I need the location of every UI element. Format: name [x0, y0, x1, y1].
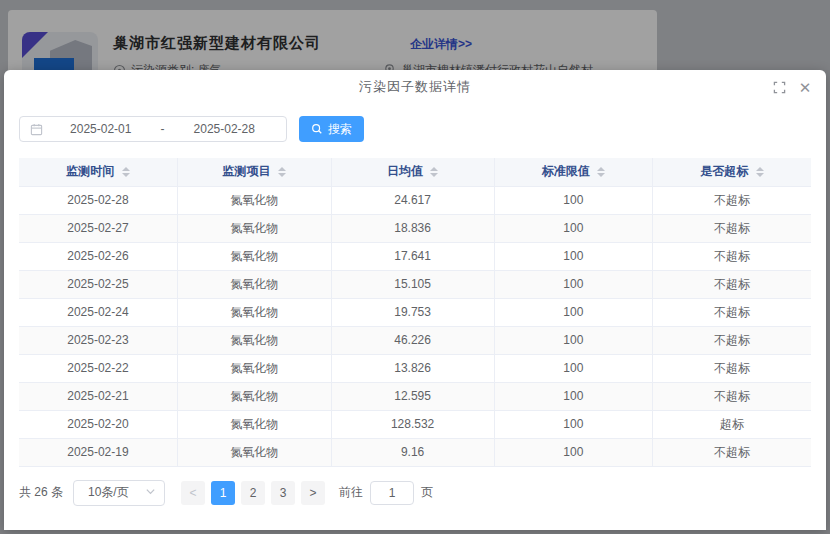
table-cell: 100	[494, 298, 652, 326]
table-cell: 不超标	[653, 354, 811, 382]
filter-row: 2025-02-01 - 2025-02-28 搜索	[19, 116, 811, 142]
column-header-standard-limit[interactable]: 标准限值	[494, 158, 652, 186]
date-separator: -	[159, 122, 167, 136]
table-cell: 超标	[653, 410, 811, 438]
sort-icon[interactable]	[756, 167, 764, 177]
table-cell: 2025-02-26	[19, 242, 177, 270]
screen: 企 巢湖市红强新型建材有限公司 企业详情>> 污染源类别: 废气 巢湖市槐林镇潘…	[0, 0, 830, 534]
table-row: 2025-02-21氮氧化物12.595100不超标	[19, 382, 811, 410]
table-cell: 不超标	[653, 186, 811, 214]
table-cell: 100	[494, 326, 652, 354]
table-cell: 17.641	[331, 242, 494, 270]
search-button-label: 搜索	[328, 121, 352, 138]
page-button-1[interactable]: 1	[211, 481, 235, 505]
goto-page: 前往 页	[339, 481, 433, 505]
page-button-2[interactable]: 2	[241, 481, 265, 505]
modal-tools: ✕	[772, 70, 812, 104]
table-cell: 不超标	[653, 214, 811, 242]
column-header-monitor-item[interactable]: 监测项目	[177, 158, 331, 186]
page-size-value: 10条/页	[88, 484, 129, 501]
sort-icon[interactable]	[122, 167, 130, 177]
table-cell: 2025-02-28	[19, 186, 177, 214]
table-cell: 2025-02-25	[19, 270, 177, 298]
table-cell: 18.836	[331, 214, 494, 242]
prev-page-button[interactable]: <	[181, 481, 205, 505]
table-row: 2025-02-23氮氧化物46.226100不超标	[19, 326, 811, 354]
column-header-daily-average[interactable]: 日均值	[331, 158, 494, 186]
table-cell: 12.595	[331, 382, 494, 410]
table-cell: 不超标	[653, 270, 811, 298]
table-cell: 100	[494, 354, 652, 382]
goto-label: 前往	[339, 484, 363, 501]
page-button-3[interactable]: 3	[271, 481, 295, 505]
table-cell: 13.826	[331, 354, 494, 382]
page-size-select[interactable]: 10条/页	[73, 480, 165, 506]
next-page-button[interactable]: >	[301, 481, 325, 505]
total-count-label: 共 26 条	[19, 484, 63, 501]
modal-title: 污染因子数据详情	[359, 78, 471, 96]
table-header: 监测时间 监测项目 日均值 标准限值	[19, 158, 811, 186]
table-cell: 2025-02-19	[19, 438, 177, 466]
table-cell: 氮氧化物	[177, 438, 331, 466]
table-cell: 氮氧化物	[177, 214, 331, 242]
chevron-down-icon	[145, 486, 156, 500]
table-row: 2025-02-22氮氧化物13.826100不超标	[19, 354, 811, 382]
table-cell: 100	[494, 410, 652, 438]
table-cell: 氮氧化物	[177, 326, 331, 354]
sort-icon[interactable]	[278, 167, 286, 177]
sort-icon[interactable]	[597, 167, 605, 177]
pagination: 共 26 条 10条/页 < 1 2 3 > 前往 页	[19, 480, 811, 506]
table-cell: 2025-02-27	[19, 214, 177, 242]
table-cell: 氮氧化物	[177, 270, 331, 298]
table-cell: 不超标	[653, 298, 811, 326]
table-cell: 100	[494, 242, 652, 270]
table-cell: 氮氧化物	[177, 410, 331, 438]
monitor-data-table: 监测时间 监测项目 日均值 标准限值	[19, 158, 811, 467]
end-date-input[interactable]: 2025-02-28	[173, 122, 277, 136]
table-cell: 不超标	[653, 382, 811, 410]
table-row: 2025-02-27氮氧化物18.836100不超标	[19, 214, 811, 242]
table-row: 2025-02-25氮氧化物15.105100不超标	[19, 270, 811, 298]
column-header-exceeded[interactable]: 是否超标	[653, 158, 811, 186]
table-row: 2025-02-24氮氧化物19.753100不超标	[19, 298, 811, 326]
table-cell: 100	[494, 214, 652, 242]
table-cell: 46.226	[331, 326, 494, 354]
table-row: 2025-02-20氮氧化物128.532100超标	[19, 410, 811, 438]
fullscreen-icon[interactable]	[772, 80, 786, 94]
table-cell: 100	[494, 270, 652, 298]
table-cell: 不超标	[653, 326, 811, 354]
table-cell: 氮氧化物	[177, 298, 331, 326]
table-cell: 128.532	[331, 410, 494, 438]
table-cell: 2025-02-24	[19, 298, 177, 326]
table-cell: 氮氧化物	[177, 382, 331, 410]
table-cell: 2025-02-20	[19, 410, 177, 438]
close-icon[interactable]: ✕	[798, 80, 812, 94]
table-cell: 24.617	[331, 186, 494, 214]
table-row: 2025-02-19氮氧化物9.16100不超标	[19, 438, 811, 466]
modal-header: 污染因子数据详情 ✕	[4, 70, 826, 104]
table-cell: 19.753	[331, 298, 494, 326]
table-cell: 氮氧化物	[177, 354, 331, 382]
search-button[interactable]: 搜索	[299, 116, 364, 142]
table-cell: 氮氧化物	[177, 242, 331, 270]
goto-suffix: 页	[421, 484, 433, 501]
pollution-data-modal: 污染因子数据详情 ✕	[4, 70, 826, 530]
start-date-input[interactable]: 2025-02-01	[49, 122, 153, 136]
date-range-picker[interactable]: 2025-02-01 - 2025-02-28	[19, 116, 287, 142]
column-header-monitor-time[interactable]: 监测时间	[19, 158, 177, 186]
calendar-icon	[30, 123, 43, 136]
table-cell: 不超标	[653, 438, 811, 466]
table-cell: 2025-02-22	[19, 354, 177, 382]
table-cell: 2025-02-21	[19, 382, 177, 410]
pager: < 1 2 3 >	[181, 481, 325, 505]
sort-icon[interactable]	[430, 167, 438, 177]
table-cell: 100	[494, 438, 652, 466]
table-cell: 100	[494, 382, 652, 410]
table-cell: 100	[494, 186, 652, 214]
table-row: 2025-02-26氮氧化物17.641100不超标	[19, 242, 811, 270]
table-cell: 2025-02-23	[19, 326, 177, 354]
goto-page-input[interactable]	[370, 481, 414, 505]
table-cell: 不超标	[653, 242, 811, 270]
table-cell: 9.16	[331, 438, 494, 466]
table-cell: 15.105	[331, 270, 494, 298]
